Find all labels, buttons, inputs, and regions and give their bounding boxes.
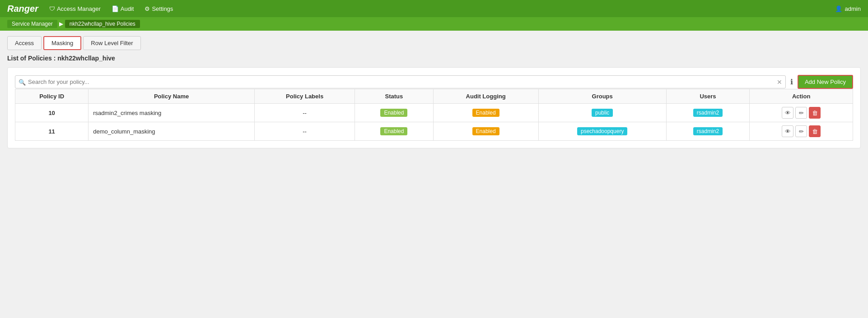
info-icon[interactable]: ℹ [790,78,793,86]
col-header-status: Status [355,89,433,104]
cell-action: 👁 ✏ 🗑 [750,122,853,141]
user-menu[interactable]: 👤 admin [835,5,861,12]
breadcrumb-current[interactable]: nkh22whcllap_hive Policies [65,20,140,28]
view-button[interactable]: 👁 [782,125,793,137]
col-header-groups: Groups [538,89,666,104]
tab-masking[interactable]: Masking [43,36,81,50]
cell-users: rsadmin2 [666,104,750,122]
breadcrumb-arrow: ▶ [59,21,63,27]
policy-table: Policy ID Policy Name Policy Labels Stat… [15,89,853,141]
col-header-policy-name: Policy Name [89,89,255,104]
search-clear-icon[interactable]: ✕ [777,78,782,86]
cell-status: Enabled [355,122,433,141]
col-header-policy-id: Policy ID [15,89,89,104]
nav-access-manager[interactable]: 🛡 Access Manager [49,5,101,12]
col-header-policy-labels: Policy Labels [254,89,355,104]
delete-button[interactable]: 🗑 [809,125,821,137]
search-icon: 🔍 [19,78,26,85]
cell-groups: psechadoopquery [538,122,666,141]
col-header-action: Action [750,89,853,104]
cell-policy-labels: -- [254,122,355,141]
edit-button[interactable]: ✏ [795,107,807,119]
view-button[interactable]: 👁 [782,107,793,119]
col-header-users: Users [666,89,750,104]
cell-policy-name: demo_column_masking [89,122,255,141]
cell-status: Enabled [355,104,433,122]
gear-icon: ⚙ [145,5,150,12]
cell-policy-name: rsadmin2_crimes masking [89,104,255,122]
nav-audit[interactable]: 📄 Audit [112,5,134,12]
cell-policy-id: 10 [15,104,89,122]
tabs: Access Masking Row Level Filter [7,36,861,50]
cell-groups: public [538,104,666,122]
search-area: 🔍 ✕ ℹ Add New Policy Policy ID Policy Na… [7,67,861,148]
shield-icon: 🛡 [49,5,55,12]
nav-left: Ranger 🛡 Access Manager 📄 Audit ⚙ Settin… [7,4,173,14]
tab-access[interactable]: Access [7,36,42,50]
search-input[interactable] [15,75,786,88]
page-title: List of Policies : nkh22whcllap_hive [7,55,861,62]
table-row: 11 demo_column_masking -- Enabled Enable… [15,122,853,141]
breadcrumb-service-manager[interactable]: Service Manager [7,20,57,28]
doc-icon: 📄 [112,5,119,12]
cell-users: rsadmin2 [666,122,750,141]
edit-button[interactable]: ✏ [795,125,807,137]
tab-row-level-filter[interactable]: Row Level Filter [83,36,140,50]
cell-policy-labels: -- [254,104,355,122]
col-header-audit-logging: Audit Logging [433,89,538,104]
add-new-policy-button[interactable]: Add New Policy [798,75,853,89]
table-header-row: Policy ID Policy Name Policy Labels Stat… [15,89,853,104]
breadcrumb: Service Manager ▶ nkh22whcllap_hive Poli… [0,17,868,31]
search-add-row: 🔍 ✕ ℹ Add New Policy [15,75,853,89]
cell-audit-logging: Enabled [433,122,538,141]
cell-policy-id: 11 [15,122,89,141]
cell-action: 👁 ✏ 🗑 [750,104,853,122]
table-row: 10 rsadmin2_crimes masking -- Enabled En… [15,104,853,122]
cell-audit-logging: Enabled [433,104,538,122]
user-icon: 👤 [835,5,842,12]
brand-logo: Ranger [7,4,38,14]
delete-button[interactable]: 🗑 [809,107,821,119]
main-content: Access Masking Row Level Filter List of … [0,31,868,154]
top-nav: Ranger 🛡 Access Manager 📄 Audit ⚙ Settin… [0,0,868,17]
nav-settings[interactable]: ⚙ Settings [145,5,173,12]
search-input-wrap: 🔍 ✕ [15,75,786,88]
